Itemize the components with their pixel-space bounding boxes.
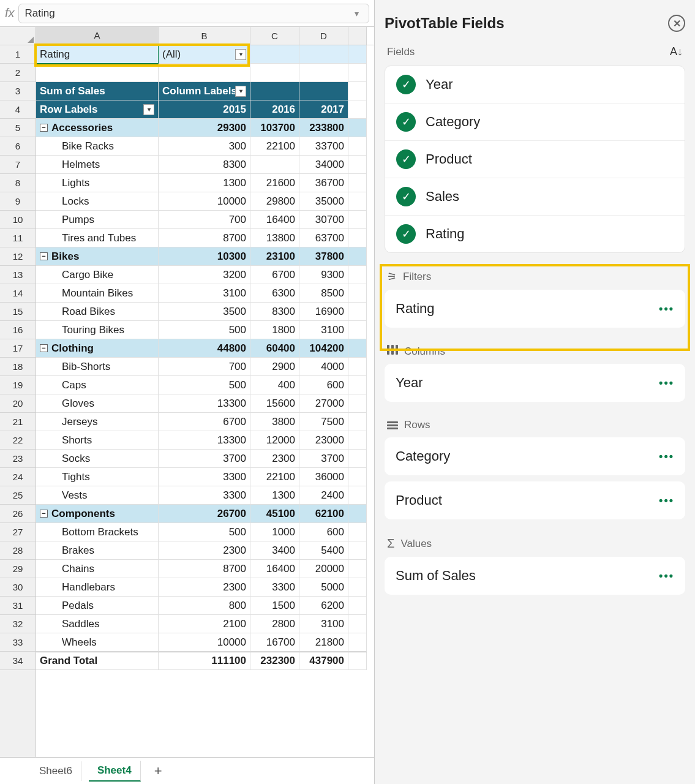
row-header[interactable]: 19	[0, 376, 36, 394]
data-row: Vests330013002400	[36, 486, 374, 505]
column-card[interactable]: Year•••	[385, 364, 685, 402]
row-header[interactable]: 8	[0, 174, 36, 192]
check-icon: ✓	[396, 187, 416, 206]
row-header[interactable]: 1	[0, 45, 36, 64]
row-labels[interactable]: Row Labels ▾	[36, 100, 159, 119]
add-sheet-button[interactable]: +	[148, 763, 168, 779]
row-header[interactable]: 14	[0, 284, 36, 303]
row-header[interactable]: 5	[0, 119, 36, 137]
row-header[interactable]: 9	[0, 192, 36, 211]
row-header[interactable]: 28	[0, 541, 36, 560]
sheet-tab[interactable]: Sheet6	[31, 761, 81, 781]
filter-card[interactable]: Rating•••	[385, 290, 685, 328]
collapse-icon[interactable]: −	[40, 344, 48, 352]
field-item[interactable]: ✓Product	[385, 141, 685, 178]
data-row: Pumps7001640030700	[36, 211, 374, 229]
row-header[interactable]: 26	[0, 505, 36, 523]
row-header[interactable]: 24	[0, 468, 36, 486]
row-dropdown-icon[interactable]: ▾	[143, 104, 154, 115]
col-header-d[interactable]: D	[299, 27, 348, 45]
field-item[interactable]: ✓Rating	[385, 216, 685, 252]
check-icon: ✓	[396, 112, 416, 132]
select-all-corner[interactable]	[0, 27, 36, 45]
sheet-tab-active[interactable]: Sheet4	[89, 761, 141, 782]
row-header[interactable]: 2	[0, 64, 36, 82]
data-row: Chains87001640020000	[36, 560, 374, 578]
collapse-icon[interactable]: −	[40, 124, 48, 132]
formula-input[interactable]: Rating ▾	[18, 4, 369, 23]
row-header[interactable]: 20	[0, 394, 36, 413]
row-header[interactable]: 23	[0, 450, 36, 468]
filters-label: Filters	[403, 271, 431, 283]
row-header[interactable]: 3	[0, 82, 36, 100]
row-header[interactable]: 4	[0, 100, 36, 119]
field-item[interactable]: ✓Category	[385, 104, 685, 141]
category-row: −Clothing4480060400104200	[36, 339, 374, 358]
data-row: Road Bikes3500830016900	[36, 303, 374, 321]
more-icon[interactable]: •••	[659, 377, 674, 390]
sort-icon[interactable]: A↓	[670, 45, 683, 58]
sum-of-sales-label[interactable]: Sum of Sales	[36, 82, 159, 100]
row-header[interactable]: 32	[0, 615, 36, 633]
row-header[interactable]: 7	[0, 156, 36, 174]
data-row: Tights33002210036000	[36, 468, 374, 486]
value-card[interactable]: Sum of Sales•••	[385, 557, 685, 595]
col-header-blank[interactable]	[348, 27, 367, 45]
row-header[interactable]: 30	[0, 578, 36, 597]
col-dropdown-icon[interactable]: ▾	[235, 86, 246, 97]
data-row: Handlebars230033005000	[36, 578, 374, 597]
row-header[interactable]: 16	[0, 321, 36, 339]
row-header[interactable]: 31	[0, 597, 36, 615]
row-header[interactable]: 12	[0, 247, 36, 266]
col-header-c[interactable]: C	[250, 27, 299, 45]
column-headers: A B C D	[36, 27, 374, 45]
data-row: Jerseys670038007500	[36, 413, 374, 431]
row-card[interactable]: Product•••	[385, 481, 685, 519]
row-header[interactable]: 22	[0, 431, 36, 450]
row-header[interactable]: 10	[0, 211, 36, 229]
collapse-icon[interactable]: −	[40, 510, 48, 518]
spreadsheet-pane: fx Rating ▾ 1 2 3 4 5 6 7 8 9 10 11 12 1…	[0, 0, 375, 784]
col-header-a[interactable]: A	[36, 27, 159, 45]
row-header[interactable]: 34	[0, 652, 36, 670]
category-row: −Components267004510062100	[36, 505, 374, 523]
data-row: Bib-Shorts70029004000	[36, 358, 374, 376]
row-header[interactable]: 17	[0, 339, 36, 358]
row-header[interactable]: 27	[0, 523, 36, 541]
row-header[interactable]: 11	[0, 229, 36, 247]
category-row: −Accessories29300103700233800	[36, 119, 374, 137]
sheet-tabs: Sheet6 Sheet4 +	[0, 757, 374, 784]
filter-dropdown-icon[interactable]: ▾	[235, 49, 246, 60]
fields-label: Fields	[387, 46, 415, 58]
field-item[interactable]: ✓Sales	[385, 178, 685, 216]
close-icon[interactable]: ✕	[668, 15, 685, 32]
column-labels[interactable]: Column Labels ▾	[159, 82, 250, 100]
check-icon: ✓	[396, 224, 416, 244]
row-header[interactable]: 33	[0, 633, 36, 652]
data-row: Mountain Bikes310063008500	[36, 284, 374, 303]
data-row: Helmets830034000	[36, 156, 374, 174]
more-icon[interactable]: •••	[659, 570, 674, 582]
row-header[interactable]: 29	[0, 560, 36, 578]
row-header[interactable]: 13	[0, 266, 36, 284]
row-header[interactable]: 21	[0, 413, 36, 431]
row-header[interactable]: 15	[0, 303, 36, 321]
col-header-b[interactable]: B	[159, 27, 250, 45]
data-row: Tires and Tubes87001380063700	[36, 229, 374, 247]
row-header[interactable]: 18	[0, 358, 36, 376]
more-icon[interactable]: •••	[659, 450, 674, 463]
collapse-icon[interactable]: −	[40, 252, 48, 260]
row-card[interactable]: Category•••	[385, 437, 685, 475]
filter-label-cell[interactable]: Rating	[36, 45, 159, 64]
row-header[interactable]: 6	[0, 137, 36, 156]
data-row: Bottom Brackets5001000600	[36, 523, 374, 541]
filter-value-cell[interactable]: (All) ▾	[159, 45, 250, 64]
grand-total-row: Grand Total 111100 232300 437900	[36, 652, 374, 670]
more-icon[interactable]: •••	[659, 303, 674, 315]
row-header[interactable]: 25	[0, 486, 36, 505]
field-item[interactable]: ✓Year	[385, 66, 685, 104]
chevron-down-icon[interactable]: ▾	[351, 9, 363, 18]
data-row: Socks370023003700	[36, 450, 374, 468]
more-icon[interactable]: •••	[659, 494, 674, 507]
check-icon: ✓	[396, 75, 416, 94]
